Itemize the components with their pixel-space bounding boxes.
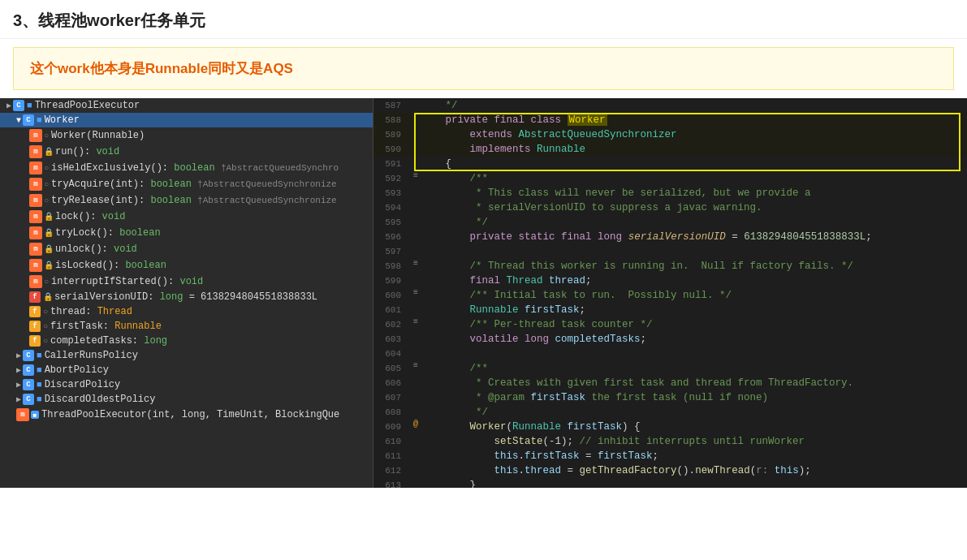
- code-line-596: 596 private static final long serialVers…: [373, 230, 967, 244]
- tree-item-serialUID[interactable]: f 🔒 serialVersionUID: long = 61382948045…: [0, 290, 373, 304]
- code-line-609: 609 @ Worker(Runnable firstTask) {: [373, 420, 967, 434]
- class-icon: C: [13, 100, 24, 111]
- code-line-605: 605 ≡ /**: [373, 361, 967, 376]
- highlight-text: 这个work他本身是Runnable同时又是AQS: [30, 61, 293, 76]
- tree-item-thread[interactable]: f ○ thread: Thread: [0, 304, 373, 319]
- folder-icon3: ■: [37, 351, 42, 360]
- discard-label: DiscardPolicy: [45, 379, 121, 390]
- tree-item-lock[interactable]: m 🔒 lock(): void: [0, 209, 373, 225]
- left-panel[interactable]: ▶ C ■ ThreadPoolExecutor ▼ C ■ Worker m …: [0, 98, 373, 488]
- code-line-613: 613 }: [373, 478, 967, 488]
- code-line-590: 590 implements Runnable: [373, 142, 967, 157]
- folder-icon2: ■: [37, 115, 42, 125]
- field-icon-lock: f: [29, 291, 41, 303]
- code-line-601: 601 Runnable firstTask;: [373, 303, 967, 317]
- item-label4: tryRelease(int): boolean †AbstractQueued…: [51, 195, 337, 206]
- method-icon-ctor: m: [16, 408, 29, 421]
- abort-label: AbortPolicy: [45, 364, 109, 376]
- tree-item-isHeldExclusively[interactable]: m ○ isHeldExclusively(): boolean †Abstra…: [0, 160, 373, 176]
- tree-item-discardPolicy[interactable]: ▶ C ■ DiscardPolicy: [0, 377, 373, 392]
- field-icon-orange3: f: [29, 335, 41, 347]
- highlight-box: 这个work他本身是Runnable同时又是AQS: [13, 47, 954, 90]
- tree-item-threadpool[interactable]: ▶ C ■ ThreadPoolExecutor: [0, 98, 373, 113]
- tree-label: ThreadPoolExecutor: [35, 100, 140, 111]
- islocked-label: isLocked(): boolean: [55, 260, 166, 271]
- code-line-591: 591 {: [373, 157, 967, 171]
- page-title: 3、线程池worker任务单元: [13, 11, 205, 29]
- code-line-612: 612 this.thread = getThreadFactory().new…: [373, 463, 967, 478]
- lock-square-icon: ■: [31, 411, 39, 419]
- interrupt-label: interruptIfStarted(): void: [51, 276, 203, 287]
- class-icon-caller: C: [23, 350, 34, 361]
- folder-icon5: ■: [37, 380, 42, 390]
- unlock-label: unlock(): void: [55, 243, 137, 255]
- item-label2: isHeldExclusively(): boolean †AbstractQu…: [51, 162, 339, 174]
- firsttask-label: firstTask: Runnable: [50, 321, 162, 332]
- main-content: ▶ C ■ ThreadPoolExecutor ▼ C ■ Worker m …: [0, 98, 967, 488]
- code-line-603: 603 volatile long completedTasks;: [373, 332, 967, 347]
- code-line-594: 594 * serialVersionUID to suppress a jav…: [373, 200, 967, 215]
- tree-item-firstTask[interactable]: f ○ firstTask: Runnable: [0, 319, 373, 334]
- tree-item-tryLock[interactable]: m 🔒 tryLock(): boolean: [0, 225, 373, 241]
- trylock-label: tryLock(): boolean: [55, 227, 161, 239]
- code-line-598: 598 ≡ /* Thread this worker is running i…: [373, 259, 967, 274]
- class-icon-discardOldest: C: [23, 394, 34, 405]
- tree-item-callerRuns[interactable]: ▶ C ■ CallerRunsPolicy: [0, 348, 373, 363]
- method-icon7: m: [29, 226, 42, 239]
- tree-item-completedTasks[interactable]: f ○ completedTasks: long: [0, 334, 373, 348]
- item-label: Worker(Runnable): [51, 130, 145, 141]
- code-line-611: 611 this.firstTask = firstTask;: [373, 449, 967, 463]
- page-header: 3、线程池worker任务单元: [0, 0, 967, 39]
- code-line-600: 600 ≡ /** Initial task to run. Possibly …: [373, 288, 967, 303]
- method-icon5: m: [29, 194, 42, 207]
- worker-label: Worker: [45, 114, 80, 126]
- ctor-label: ThreadPoolExecutor(int, long, TimeUnit, …: [41, 409, 339, 420]
- code-line-602: 602 ≡ /** Per-thread task counter */: [373, 317, 967, 332]
- class-icon-worker: C: [23, 114, 34, 126]
- code-line-595: 595 */: [373, 215, 967, 230]
- tree-item-tryRelease[interactable]: m ○ tryRelease(int): boolean †AbstractQu…: [0, 192, 373, 209]
- method-icon3: m: [29, 162, 42, 174]
- code-line-588: 588 private final class Worker: [373, 113, 967, 127]
- serial-label: serialVersionUID: long = 613829480455183…: [54, 291, 317, 303]
- lock-label: lock(): void: [55, 211, 125, 222]
- method-icon9: m: [29, 259, 42, 272]
- run-label: run(): void: [55, 146, 119, 157]
- code-line-597: 597: [373, 244, 967, 259]
- class-icon-discard: C: [23, 379, 34, 390]
- class-icon-abort: C: [23, 364, 34, 376]
- method-icon4: m: [29, 178, 42, 191]
- tree-item-isLocked[interactable]: m 🔒 isLocked(): boolean: [0, 257, 373, 274]
- code-line-610: 610 setState(-1); // inhibit interrupts …: [373, 434, 967, 449]
- method-icon8: m: [29, 243, 42, 256]
- code-line-606: 606 * Creates with given first task and …: [373, 376, 967, 390]
- code-line-599: 599 final Thread thread;: [373, 274, 967, 288]
- tree-item-interrupt[interactable]: m ○ interruptIfStarted(): void: [0, 274, 373, 290]
- tree-item-run[interactable]: m 🔒 run(): void: [0, 144, 373, 160]
- code-line-608: 608 */: [373, 405, 967, 420]
- code-line-593: 593 * This class will never be serialize…: [373, 186, 967, 200]
- code-line-604: 604: [373, 347, 967, 361]
- right-panel[interactable]: 587 */ 588 private final class Worker 58…: [373, 98, 967, 488]
- tree-item-worker[interactable]: ▼ C ■ Worker: [0, 113, 373, 127]
- tree-item-worker-ctor[interactable]: m ○ Worker(Runnable): [0, 127, 373, 144]
- tree-item-unlock[interactable]: m 🔒 unlock(): void: [0, 241, 373, 257]
- tree-item-tryAcquire[interactable]: m ○ tryAcquire(int): boolean †AbstractQu…: [0, 176, 373, 192]
- field-icon-orange2: f: [29, 321, 41, 332]
- thread-label: thread: Thread: [50, 306, 132, 317]
- item-label3: tryAcquire(int): boolean †AbstractQueued…: [51, 179, 337, 190]
- tree-item-abortPolicy[interactable]: ▶ C ■ AbortPolicy: [0, 363, 373, 377]
- field-icon-orange: f: [29, 306, 41, 317]
- tree-item-discardOldest[interactable]: ▶ C ■ DiscardOldestPolicy: [0, 392, 373, 407]
- code-line-592: 592 ≡ /**: [373, 171, 967, 186]
- folder-icon6: ■: [37, 394, 42, 404]
- code-line-589: 589 extends AbstractQueuedSynchronizer: [373, 127, 967, 142]
- method-icon10: m: [29, 275, 42, 288]
- code-line-607: 607 * @param firstTask the first task (n…: [373, 390, 967, 405]
- code-container: 587 */ 588 private final class Worker 58…: [373, 98, 967, 488]
- folder-icon: ■: [27, 101, 32, 110]
- code-line-587: 587 */: [373, 98, 967, 113]
- discardoldest-label: DiscardOldestPolicy: [45, 394, 156, 405]
- method-icon6: m: [29, 210, 42, 223]
- tree-item-ctor-main[interactable]: m ■ ThreadPoolExecutor(int, long, TimeUn…: [0, 407, 373, 423]
